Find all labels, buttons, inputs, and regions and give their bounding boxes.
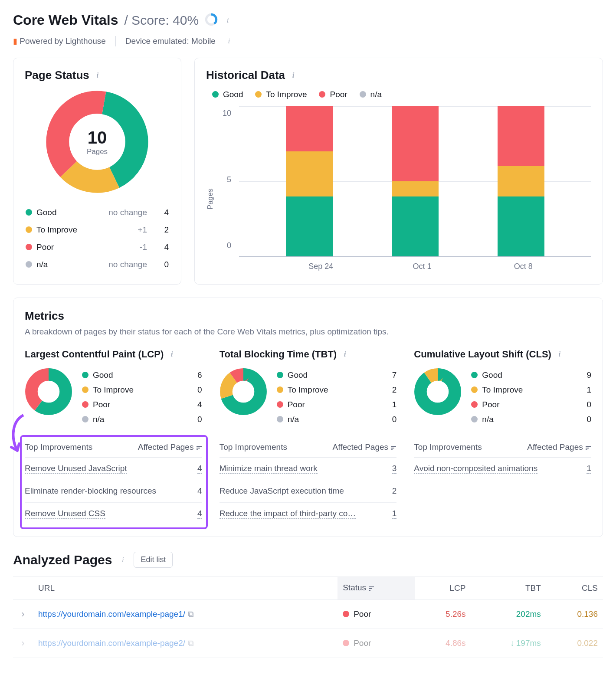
legend-label: n/a xyxy=(36,260,48,269)
improvement-name[interactable]: Minimize main thread work xyxy=(220,464,318,474)
metric-donut xyxy=(25,368,72,416)
info-icon[interactable]: i xyxy=(224,16,232,24)
improvement-name[interactable]: Remove Unused JavaScript xyxy=(25,464,127,474)
page-url-link[interactable]: https://yourdomain.com/example-page2/ xyxy=(38,638,185,648)
improvement-count[interactable]: 1 xyxy=(587,464,591,474)
lcp-value: 4.86s xyxy=(415,629,471,658)
improvement-row[interactable]: Reduce JavaScript execution time2 xyxy=(220,480,397,503)
y-axis-label: Pages xyxy=(206,106,215,271)
analyzed-pages-title: Analyzed Pages xyxy=(13,553,112,567)
improvement-name[interactable]: Reduce JavaScript execution time xyxy=(220,486,344,496)
legend-value: 0 xyxy=(156,256,169,273)
improvements-header-left: Top Improvements xyxy=(220,442,287,453)
metric-legend-row: Poor4 xyxy=(82,397,202,412)
bar-column[interactable] xyxy=(498,106,544,256)
x-tick-label: Oct 1 xyxy=(399,262,446,271)
lcp-value: 5.26s xyxy=(415,600,471,629)
improvement-row[interactable]: Remove Unused JavaScript4 xyxy=(25,458,202,480)
cls-value: 0.136 xyxy=(546,600,603,629)
improvement-row[interactable]: Minimize main thread work3 xyxy=(220,458,397,480)
improvements-header-right[interactable]: Affected Pages xyxy=(138,442,202,453)
metric-donut xyxy=(220,368,267,416)
improvement-count[interactable]: 1 xyxy=(392,509,397,519)
info-icon[interactable]: i xyxy=(289,72,297,79)
status-cell: Poor xyxy=(337,600,415,629)
legend-value: 4 xyxy=(156,204,169,221)
device-text: Device emulated: Mobile xyxy=(125,36,216,46)
col-lcp[interactable]: LCP xyxy=(415,577,471,600)
external-link-icon[interactable]: ⧉ xyxy=(188,609,194,619)
metric-legend-row: To Improve2 xyxy=(277,383,397,397)
x-tick-label: Oct 8 xyxy=(500,262,547,271)
col-cls[interactable]: CLS xyxy=(546,577,603,600)
page-status-donut: 10 Pages xyxy=(45,90,149,194)
improvements-header-right[interactable]: Affected Pages xyxy=(333,442,397,453)
bar-column[interactable] xyxy=(286,106,333,256)
sort-icon xyxy=(585,443,591,453)
sort-icon xyxy=(390,443,396,453)
metric-legend-row: Good6 xyxy=(82,368,202,383)
info-icon[interactable]: i xyxy=(556,350,564,358)
metric-legend-row: n/a0 xyxy=(471,412,591,427)
expand-row-toggle[interactable]: › xyxy=(13,629,33,658)
improvement-row[interactable]: Reduce the impact of third-party co…1 xyxy=(220,503,397,525)
tbt-value: ↓197ms xyxy=(471,629,546,658)
improvements-header-right[interactable]: Affected Pages xyxy=(527,442,591,453)
legend-label: Good xyxy=(36,208,56,217)
score-donut-icon xyxy=(205,13,218,28)
info-icon[interactable]: i xyxy=(168,350,176,358)
info-icon[interactable]: i xyxy=(341,350,349,358)
external-link-icon[interactable]: ⧉ xyxy=(188,638,194,648)
metric-legend-row: Good7 xyxy=(277,368,397,383)
tbt-value: 202ms xyxy=(471,600,546,629)
metrics-description: A breakdown of pages by their status for… xyxy=(25,327,591,337)
improvement-name[interactable]: Reduce the impact of third-party co… xyxy=(220,509,356,519)
info-icon[interactable]: i xyxy=(225,37,233,45)
legend-change: -1 xyxy=(94,239,155,255)
improvement-name[interactable]: Remove Unused CSS xyxy=(25,509,105,519)
legend-value: 4 xyxy=(156,239,169,255)
legend-item: To Improve xyxy=(255,90,307,99)
table-row: ›https://yourdomain.com/example-page2/⧉P… xyxy=(13,629,603,658)
legend-value: 2 xyxy=(156,222,169,238)
sort-icon xyxy=(368,584,374,593)
metric-donut xyxy=(414,368,462,416)
improvement-name[interactable]: Eliminate render-blocking resources xyxy=(25,486,156,496)
metric-legend-row: Poor1 xyxy=(277,397,397,412)
improvement-row[interactable]: Avoid non-composited animations1 xyxy=(414,458,591,480)
legend-item: Good xyxy=(212,90,243,99)
improvement-name[interactable]: Avoid non-composited animations xyxy=(414,464,537,474)
improvement-row[interactable]: Remove Unused CSS4 xyxy=(25,503,202,525)
col-tbt[interactable]: TBT xyxy=(471,577,546,600)
trend-down-icon: ↓ xyxy=(510,638,514,648)
analyzed-pages-table: URL Status LCP TBT CLS ›https://yourdoma… xyxy=(13,576,603,658)
info-icon[interactable]: i xyxy=(94,72,102,79)
info-icon[interactable]: i xyxy=(119,556,127,564)
table-row: ›https://yourdomain.com/example-page1/⧉P… xyxy=(13,600,603,629)
lighthouse-icon: ▮ xyxy=(13,37,17,46)
legend-label: Poor xyxy=(36,242,54,252)
metric-legend-row: Poor0 xyxy=(471,397,591,412)
metric-column: Total Blocking Time (TBT)iGood7To Improv… xyxy=(220,349,397,525)
improvement-count[interactable]: 4 xyxy=(197,509,202,519)
score-text: / Score: 40% xyxy=(124,13,199,28)
bar-column[interactable] xyxy=(392,106,439,256)
col-status[interactable]: Status xyxy=(337,577,415,600)
historical-data-panel: Historical Datai GoodTo ImprovePoorn/a P… xyxy=(194,58,603,285)
expand-row-toggle[interactable]: › xyxy=(13,600,33,629)
metric-column: Largest Contentful Paint (LCP)iGood6To I… xyxy=(25,349,202,525)
improvement-count[interactable]: 3 xyxy=(392,464,397,474)
improvement-count[interactable]: 4 xyxy=(197,464,202,474)
legend-change: no change xyxy=(94,256,155,273)
legend-change: +1 xyxy=(94,222,155,238)
legend-label: To Improve xyxy=(36,225,77,234)
improvement-row[interactable]: Eliminate render-blocking resources4 xyxy=(25,480,202,503)
page-title: Core Web Vitals xyxy=(13,12,118,28)
col-url[interactable]: URL xyxy=(33,577,337,600)
status-cell: Poor xyxy=(337,629,415,658)
x-tick-label: Sep 24 xyxy=(298,262,344,271)
edit-list-button[interactable]: Edit list xyxy=(134,552,173,568)
improvement-count[interactable]: 4 xyxy=(197,486,202,496)
improvement-count[interactable]: 2 xyxy=(392,486,397,496)
page-url-link[interactable]: https://yourdomain.com/example-page1/ xyxy=(38,609,185,619)
